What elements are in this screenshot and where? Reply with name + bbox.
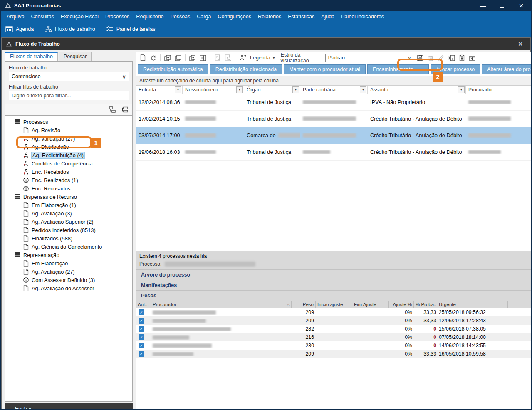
redistribute-icon[interactable] — [238, 54, 247, 62]
tree-item[interactable]: Finalizados (588) — [6, 234, 131, 242]
tree-expander-icon[interactable] — [17, 269, 22, 274]
tree-item[interactable]: Enc. Recebidos — [6, 168, 131, 176]
move-process-icon[interactable] — [199, 54, 207, 62]
pesos-column-urgente[interactable]: Urgente — [437, 301, 508, 308]
checkbox-checked-icon[interactable]: ✓ — [139, 318, 144, 324]
refresh-icon[interactable] — [149, 54, 157, 62]
flow-select[interactable]: Contencioso ∨ — [9, 72, 129, 81]
action-button[interactable]: Manter com o procurador atual ▼ — [284, 64, 366, 74]
tree-item[interactable]: Dispensas de Recurso — [6, 193, 131, 201]
menu-item[interactable]: Relatórios — [255, 12, 284, 21]
pesos-row[interactable]: ✓ 230 0% 0 14/06/2018 14:43:55 21 — [136, 341, 532, 350]
painel-de-tarefas-button[interactable]: Painel de tarefas — [106, 26, 156, 32]
tree-expander-icon[interactable] — [17, 286, 22, 291]
menu-item[interactable]: Processos — [102, 12, 132, 21]
tree-expander-icon[interactable] — [17, 203, 22, 207]
fechar-button[interactable]: Fechar — [5, 403, 133, 410]
new-process-icon[interactable] — [139, 54, 147, 62]
process-row[interactable]: 12/02/2014 08:36 Tribunal de Justiça IPV… — [136, 94, 532, 111]
tree-expander-icon[interactable] — [9, 253, 13, 257]
group-by-bar[interactable]: Arraste um cabeçalho de coluna aqui para… — [136, 76, 532, 86]
tree-expander-icon[interactable] — [17, 153, 22, 158]
open-window-icon[interactable] — [468, 54, 477, 62]
expand-tree-icon[interactable] — [108, 105, 116, 114]
tree-expander-icon[interactable] — [17, 236, 22, 241]
action-button[interactable]: Redistribuição automática ▼ — [138, 64, 208, 74]
pesos-column-fim-ajuste[interactable]: Fim Ajuste — [352, 301, 389, 308]
column-header-entrada[interactable]: Entrada▼ — [136, 86, 183, 94]
pesos-row[interactable]: ✓ 209 0% 33,33 25/05/2018 09:56:32 0 — [136, 308, 532, 316]
pesos-column-procurador[interactable]: Procurador△ — [151, 301, 292, 308]
inner-close-button[interactable]: × — [511, 38, 530, 50]
pesos-column-ajuste[interactable]: Ajuste % — [389, 301, 414, 308]
pesos-column-probabilidade[interactable]: % Proba... — [414, 301, 437, 308]
menu-item[interactable]: Execução Fiscal — [58, 12, 101, 21]
column-header-orgao[interactable]: Órgão▼ — [244, 86, 300, 94]
checkbox-checked-icon[interactable]: ✓ — [139, 326, 144, 332]
tree-expander-icon[interactable] — [17, 245, 22, 249]
tree-item[interactable]: Ag. Redistribuição (4) — [6, 151, 131, 159]
tree-item[interactable]: Enc. Recusados — [6, 184, 131, 193]
unselect-all-icon[interactable] — [174, 54, 182, 62]
tree-expander-icon[interactable] — [17, 178, 22, 183]
tree-expander-icon[interactable] — [9, 195, 13, 199]
inner-minimize-button[interactable]: — — [493, 38, 511, 50]
filter-button-icon[interactable]: ▼ — [236, 86, 243, 93]
tree-item[interactable]: Representação — [6, 251, 131, 259]
pesos-column-peso[interactable]: Peso — [292, 301, 316, 308]
action-button[interactable]: Redistribuição direcionada ▼ — [210, 64, 282, 74]
menu-item[interactable]: Arquivo — [4, 12, 27, 21]
pesos-column-inicio-ajuste[interactable]: Início ajuste — [316, 301, 352, 308]
action-button[interactable]: Encaminhamento ▼ — [367, 64, 429, 74]
pesos-column-aut[interactable]: Aut... — [136, 301, 151, 308]
tree-expander-icon[interactable] — [17, 145, 22, 149]
tree-item[interactable]: Processos — [6, 118, 131, 126]
tree-item[interactable]: Ag. Avaliação (27) — [6, 267, 131, 276]
tree-expander-icon[interactable] — [17, 128, 22, 133]
close-button[interactable]: × — [512, 0, 531, 11]
menu-item[interactable]: Requisitório — [133, 12, 166, 21]
tree-expander-icon[interactable] — [17, 186, 22, 191]
accordion-section-header[interactable]: Árvore do processo ∨ — [136, 269, 532, 280]
pesos-column-diferenca[interactable]: Diferen... — [508, 301, 532, 308]
tree-expander-icon[interactable] — [17, 261, 22, 266]
tree-item[interactable]: Enc. Realizados (1) — [6, 176, 131, 184]
tree-expander-icon[interactable] — [17, 161, 22, 166]
tree-item[interactable]: Conflitos de Competência — [6, 159, 131, 168]
tree-item[interactable]: Ag. Revisão — [6, 126, 131, 134]
minimize-button[interactable]: — — [473, 0, 492, 11]
tree-expander-icon[interactable] — [17, 136, 22, 141]
report-icon[interactable] — [458, 54, 466, 62]
checkbox-checked-icon[interactable]: ✓ — [139, 351, 144, 357]
tree-item[interactable]: Ag. Distribuição — [6, 143, 131, 151]
process-row[interactable]: 19/06/2018 16:03 Tribunal de Justiça Cré… — [136, 144, 532, 161]
menu-item[interactable]: Pessoas — [167, 12, 193, 21]
accordion-section-header[interactable]: Pesos ∧ — [136, 290, 532, 301]
menu-item[interactable]: Ajuda — [318, 12, 337, 21]
agenda-button[interactable]: Agenda — [5, 26, 34, 32]
export-excel-icon[interactable] — [448, 54, 456, 62]
column-header-parte-contraria[interactable]: Parte contrária▼ — [300, 86, 368, 94]
menu-item[interactable]: Consultas — [28, 12, 57, 21]
tree-item[interactable]: Ag. Avaliação Superior (2) — [6, 217, 131, 226]
collapse-tree-icon[interactable] — [121, 105, 129, 114]
split-caret-icon[interactable]: ▼ — [417, 68, 423, 72]
tree-item[interactable]: Ag. Avaliação (3) — [6, 209, 131, 217]
tab[interactable]: Pesquisar — [59, 52, 92, 61]
fluxo-de-trabalho-button[interactable]: Fluxo de trabalho — [45, 26, 95, 32]
menu-item[interactable]: Carga — [194, 12, 214, 21]
save-view-icon[interactable] — [416, 54, 425, 62]
tree-item[interactable]: Com Assessor Definido (3) — [6, 276, 131, 284]
copy-process-icon[interactable] — [188, 54, 197, 62]
filter-input[interactable] — [9, 91, 129, 100]
tree-expander-icon[interactable] — [17, 220, 22, 224]
filter-button-icon[interactable]: ▼ — [175, 86, 181, 93]
restore-button[interactable] — [492, 0, 512, 11]
tab[interactable]: Fluxos de trabalho — [5, 52, 58, 61]
pesos-row[interactable]: ✓ 282 0% 0 15/06/2018 07:38:05 73 — [136, 325, 532, 333]
tree-item[interactable]: Em Elaboração (1) — [6, 201, 131, 209]
menu-item[interactable]: Painel Indicadores — [338, 12, 387, 21]
legend-dropdown[interactable]: Legenda ▼ — [249, 55, 277, 61]
checkbox-checked-icon[interactable]: ✓ — [139, 343, 144, 348]
process-row[interactable]: 03/07/2014 17:00 Comarca de Crédito Trib… — [136, 127, 532, 144]
